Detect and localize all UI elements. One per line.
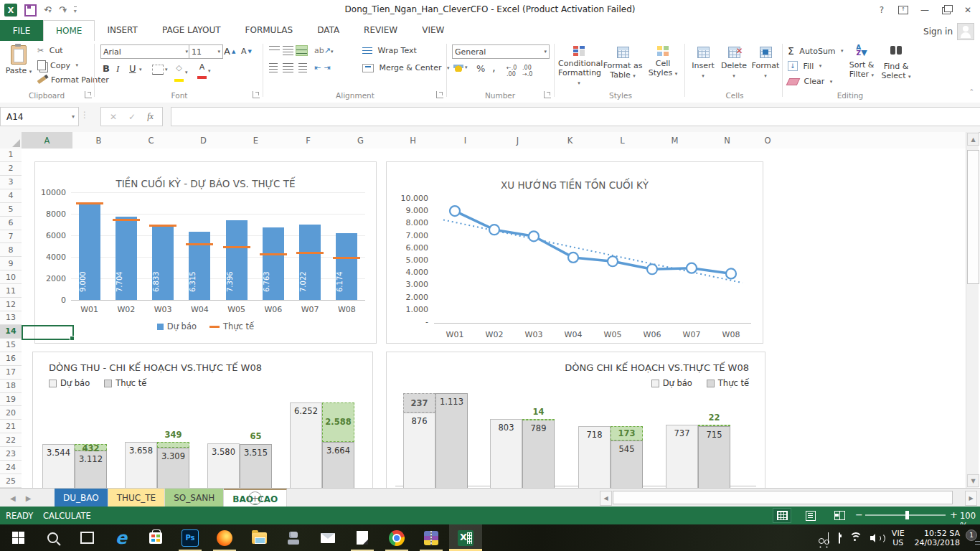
battery-icon[interactable] (839, 533, 840, 543)
decrease-decimal-button[interactable]: .00→.0 (522, 65, 532, 77)
ribbon-tab-formulas[interactable]: FORMULAS (233, 20, 306, 40)
column-header-I[interactable]: I (439, 132, 492, 149)
format-painter-button[interactable]: Format Painter (37, 75, 109, 85)
ribbon-display-options-button[interactable]: ↑ (892, 0, 914, 20)
ribbon-tab-insert[interactable]: INSERT (95, 20, 150, 40)
row-header-21[interactable]: 21 (0, 420, 22, 433)
row-header-5[interactable]: 5 (0, 203, 22, 217)
insert-function-button[interactable]: fx (147, 111, 154, 122)
horizontal-scroll-thumb[interactable] (613, 491, 953, 504)
column-header-C[interactable]: C (125, 132, 178, 149)
row-header-11[interactable]: 11 (0, 284, 22, 298)
font-dialog-launcher[interactable] (253, 91, 260, 98)
page-layout-view-button[interactable] (802, 509, 819, 522)
clear-button[interactable]: Clear ▾ (788, 77, 832, 86)
taskbar-store-icon[interactable] (139, 524, 172, 551)
find-select-button[interactable]: Find &Select ▾ (880, 42, 913, 90)
row-header-16[interactable]: 16 (0, 352, 22, 366)
ribbon-tab-page-layout[interactable]: PAGE LAYOUT (150, 20, 233, 40)
number-dialog-launcher[interactable] (544, 91, 551, 98)
underline-caret[interactable]: ▾ (139, 67, 142, 72)
calculate-indicator[interactable]: CALCULATE (43, 511, 91, 521)
column-header-B[interactable]: B (72, 132, 126, 149)
taskbar-photoshop-icon[interactable]: Ps (174, 524, 207, 551)
font-name-combo[interactable]: Arial▾ (100, 44, 191, 59)
borders-button[interactable]: ▾ (152, 65, 168, 75)
tab-file[interactable]: FILE (0, 20, 43, 41)
accounting-format-button[interactable]: ▾ (453, 63, 468, 72)
column-header-O[interactable]: O (753, 132, 783, 149)
bold-button[interactable]: B (103, 63, 110, 74)
align-middle-button[interactable] (283, 46, 293, 55)
taskbar-notepad-icon[interactable] (346, 524, 379, 551)
sign-in[interactable]: Sign in (923, 23, 974, 40)
conditional-formatting-button[interactable]: ConditionalFormatting ▾ (558, 42, 600, 90)
insert-cells-button[interactable]: Insert▾ (689, 42, 717, 90)
vertical-scroll-thumb[interactable] (967, 150, 979, 284)
delete-cells-button[interactable]: ✕ Delete▾ (719, 42, 749, 90)
chart-tien-cuoi-ky[interactable]: TIỀN CUỐI KỲ - DỰ BÁO VS. THỰC TẾ1000080… (34, 161, 377, 344)
row-header-20[interactable]: 20 (0, 406, 22, 420)
underline-button[interactable]: U (129, 63, 136, 74)
format-cells-button[interactable]: Format▾ (750, 42, 781, 90)
italic-button[interactable]: I (116, 63, 119, 75)
increase-decimal-button[interactable]: ←.0.00 (507, 65, 517, 77)
column-header-J[interactable]: J (491, 132, 545, 149)
next-sheet-arrow[interactable]: ▶ (26, 494, 32, 502)
row-header-24[interactable]: 24 (0, 461, 22, 474)
column-header-M[interactable]: M (649, 132, 702, 149)
enter-formula-button[interactable]: ✓ (128, 112, 136, 122)
row-header-1[interactable]: 1 (0, 149, 22, 162)
taskbar-start-icon[interactable] (1, 524, 34, 551)
decrease-indent-button[interactable]: ⇤ (314, 63, 321, 72)
increase-font-button[interactable]: A▲ (224, 46, 235, 57)
row-header-3[interactable]: 3 (0, 176, 22, 189)
sheet-tab-so_sanh[interactable]: SO_SANH (165, 489, 224, 507)
ribbon-tab-view[interactable]: VIEW (410, 20, 456, 40)
column-header-A[interactable]: A (22, 132, 73, 150)
row-header-15[interactable]: 15 (0, 339, 22, 352)
clipboard-dialog-launcher[interactable] (85, 91, 92, 98)
cut-button[interactable]: ✂ Cut (37, 46, 63, 55)
taskbar-excel-icon[interactable]: X (449, 524, 482, 551)
sheet-tab-thuc_te[interactable]: THUC_TE (108, 489, 165, 507)
chart-xu-huong-tien-ton[interactable]: XU HƯỚNG TIỀN TỒN CUỐI KỲ10.0009.0008.00… (386, 161, 763, 344)
copy-button[interactable]: Copy ▾ (37, 60, 78, 70)
font-color-button[interactable]: A▾ (197, 63, 211, 79)
align-bottom-button[interactable] (296, 46, 307, 55)
row-header-6[interactable]: 6 (0, 217, 22, 230)
row-header-7[interactable]: 7 (0, 230, 22, 244)
row-header-23[interactable]: 23 (0, 447, 22, 461)
number-format-combo[interactable]: General▾ (452, 44, 550, 59)
zoom-out-button[interactable]: − (855, 509, 863, 520)
help-button[interactable]: ? (871, 0, 892, 20)
merge-center-button[interactable]: Merge & Center ▾ (362, 63, 449, 72)
scroll-up-arrow[interactable]: ▲ (967, 133, 979, 146)
row-header-25[interactable]: 25 (0, 474, 22, 488)
wrap-text-button[interactable]: Wrap Text (362, 46, 417, 55)
comma-style-button[interactable]: , (492, 61, 496, 74)
percent-style-button[interactable]: % (476, 63, 485, 74)
cancel-formula-button[interactable]: ✕ (110, 112, 117, 122)
column-header-H[interactable]: H (387, 132, 440, 149)
scroll-left-arrow[interactable]: ◀ (600, 491, 612, 506)
new-sheet-button[interactable]: + (248, 491, 262, 505)
language-indicator[interactable]: VIEUS (892, 529, 905, 547)
row-header-8[interactable]: 8 (0, 243, 22, 257)
select-all-corner[interactable] (0, 132, 22, 149)
sort-filter-button[interactable]: AZ▼ Sort &Filter ▾ (845, 42, 878, 90)
row-header-18[interactable]: 18 (0, 380, 22, 393)
vertical-scrollbar[interactable]: ▲ ▼ (966, 132, 979, 488)
taskbar-file-explorer-icon[interactable] (242, 524, 275, 551)
align-left-button[interactable] (269, 63, 280, 72)
sheet-canvas[interactable]: TIỀN CUỐI KỲ - DỰ BÁO VS. THỰC TẾ1000080… (22, 149, 966, 488)
taskbar-mail-icon[interactable] (311, 524, 344, 551)
row-header-14[interactable]: 14 (0, 325, 23, 339)
cell-styles-button[interactable]: CellStyles ▾ (644, 42, 682, 90)
horizontal-scrollbar[interactable]: ◀ ▶ (600, 491, 977, 504)
zoom-slider-thumb[interactable] (905, 511, 909, 519)
row-header-12[interactable]: 12 (0, 298, 22, 311)
normal-view-button[interactable] (773, 509, 791, 522)
wifi-icon[interactable] (849, 532, 862, 544)
row-header-22[interactable]: 22 (0, 433, 22, 447)
